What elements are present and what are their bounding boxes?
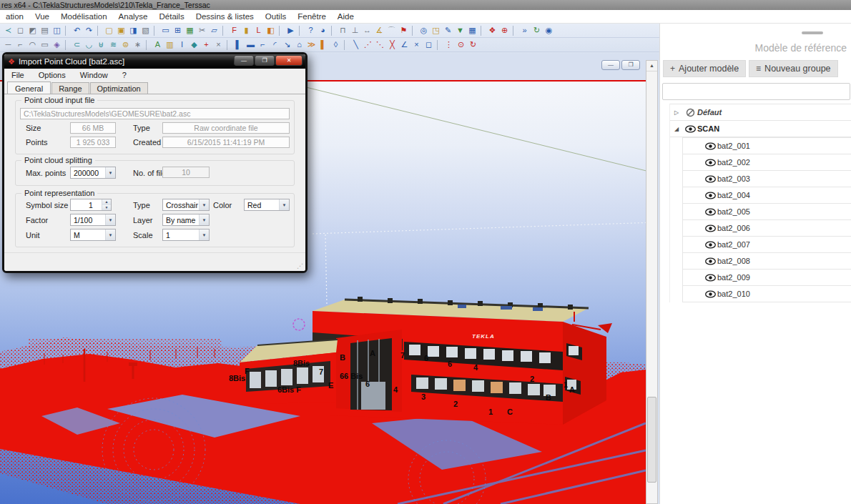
help-icon[interactable]: ? [305, 24, 317, 36]
snap-free-icon[interactable]: ◻ [423, 39, 435, 51]
tree-item-bat2_003[interactable]: bat2_003 [683, 171, 851, 187]
fence-icon[interactable]: ⊓ [337, 24, 349, 36]
workplane-icon[interactable]: ◫ [51, 24, 63, 36]
measure-icon[interactable]: ↔ [361, 24, 373, 36]
snap-center-icon[interactable]: ⊙ [455, 39, 467, 51]
item-icon[interactable]: ◊ [330, 39, 342, 51]
tree-collapsed-icon[interactable]: ▷ [670, 109, 683, 116]
menu-aide[interactable]: Aide [332, 12, 360, 21]
visibility-eye-icon[interactable] [703, 159, 717, 167]
window-icon[interactable]: ◧ [265, 24, 277, 36]
annotate-icon[interactable]: ✎ [442, 24, 454, 36]
unit-select[interactable]: M ▼ [70, 229, 116, 241]
menu-ation[interactable]: ation [0, 12, 29, 21]
tekla-components-icon[interactable]: ❖ [486, 24, 498, 36]
menu-dessins-listes[interactable]: Dessins & listes [190, 12, 260, 21]
ring-icon[interactable]: ⊜ [119, 39, 132, 51]
arc-measure-icon[interactable]: ⌒ [385, 24, 398, 36]
clip-plane-icon[interactable]: ◈ [51, 39, 63, 51]
import-icon[interactable]: ▼ [454, 24, 466, 36]
tree-item-bat2_005[interactable]: bat2_005 [683, 204, 851, 220]
column-icon[interactable]: ▌ [232, 39, 245, 51]
phase-b-icon[interactable]: ◩ [26, 24, 39, 36]
polyline-icon[interactable]: ⌐ [14, 39, 26, 51]
tab-range[interactable]: Range [51, 82, 89, 94]
spinner-arrows-icon[interactable]: ▲▼ [102, 199, 111, 210]
screenshot-icon[interactable]: ▧ [139, 24, 152, 36]
snap-nearest-icon[interactable]: × [410, 39, 423, 51]
open-icon[interactable]: ▣ [115, 24, 127, 36]
arc-icon[interactable]: ◠ [26, 39, 39, 51]
datum-icon[interactable]: ⊥ [349, 24, 361, 36]
dialog-menu-window[interactable]: Window [73, 71, 115, 79]
flag-icon[interactable]: ⚑ [398, 24, 410, 36]
tree-item-bat2_007[interactable]: bat2_007 [683, 237, 851, 253]
fastener-icon[interactable]: ≫ [305, 39, 318, 51]
layer-select[interactable]: By name ▼ [162, 214, 210, 226]
view-minimize-button[interactable]: — [601, 60, 620, 70]
tree-expanded-icon[interactable]: ◢ [670, 126, 683, 132]
visibility-eye-icon[interactable] [703, 274, 717, 282]
select-filter-icon[interactable]: ▦ [184, 24, 196, 36]
snap-perpendicular-icon[interactable]: ∠ [398, 39, 410, 51]
dialog-maximize-button[interactable]: ❐ [255, 55, 275, 66]
line-icon[interactable]: ─ [2, 39, 14, 51]
max-points-select[interactable]: 200000 ▼ [70, 167, 116, 179]
mesh-icon[interactable]: ▥ [164, 39, 176, 51]
reference-model-icon[interactable]: ◉ [543, 24, 555, 36]
visibility-eye-icon[interactable] [683, 125, 697, 133]
angle-icon[interactable]: ∡ [373, 24, 385, 36]
wave-icon[interactable]: ≋ [107, 39, 119, 51]
panel-drag-handle[interactable] [802, 31, 823, 34]
inquire-icon[interactable]: ◕ [317, 24, 329, 36]
snap-intersection-icon[interactable]: ╳ [386, 39, 398, 51]
visibility-eye-icon[interactable] [703, 224, 717, 232]
tree-item-bat2_004[interactable]: bat2_004 [683, 187, 851, 204]
tree-item-bat2_001[interactable]: bat2_001 [683, 138, 851, 154]
panel-icon[interactable]: ⌂ [293, 39, 305, 51]
dialog-menu-file[interactable]: File [4, 71, 31, 79]
select-area-icon[interactable]: ▭ [159, 24, 172, 36]
visibility-eye-icon[interactable] [703, 192, 717, 199]
menu-mod-lisation[interactable]: Modélisation [55, 12, 113, 21]
tree-item-bat2_006[interactable]: bat2_006 [683, 220, 851, 237]
run-icon[interactable]: ▶ [285, 24, 297, 36]
new-group-button[interactable]: ≡ Nouveau groupe [749, 60, 837, 77]
duplicate-view-icon[interactable]: ◳ [430, 24, 442, 36]
symbol-size-stepper[interactable]: 1 ▲▼ [70, 199, 112, 211]
report-icon[interactable]: ▤ [39, 24, 51, 36]
redo-icon[interactable]: ↷ [83, 24, 95, 36]
point-type-select[interactable]: Crosshair ▼ [162, 199, 210, 211]
save-icon[interactable]: ◨ [127, 24, 139, 36]
list-icon[interactable]: L [252, 24, 265, 36]
tree-item-bat2_009[interactable]: bat2_009 [683, 270, 851, 286]
back-history-icon[interactable]: ≺ [2, 24, 14, 36]
curved-beam-icon[interactable]: ◜ [269, 39, 281, 51]
curve-icon[interactable]: ◡ [83, 39, 95, 51]
viewport-scrollbar[interactable]: ▲ [646, 60, 658, 504]
visibility-eye-icon[interactable] [703, 241, 717, 249]
beam-icon[interactable]: ▬ [245, 39, 257, 51]
polybeam-icon[interactable]: ⌐ [257, 39, 269, 51]
burst-icon[interactable]: ∗ [132, 39, 144, 51]
menu-outils[interactable]: Outils [260, 12, 292, 21]
tree-item-bat2_008[interactable]: bat2_008 [683, 253, 851, 270]
merge-icon[interactable]: ⊎ [95, 39, 107, 51]
dialog-close-button[interactable]: ✕ [275, 55, 302, 66]
component-icon[interactable]: ▮ [240, 24, 252, 36]
visibility-eye-icon[interactable] [703, 208, 717, 216]
slope-icon[interactable]: ↘ [281, 39, 293, 51]
tree-item-bat2_010[interactable]: bat2_010 [683, 286, 851, 302]
phase-a-icon[interactable]: ◻ [14, 24, 26, 36]
menu-fen-tre[interactable]: Fenêtre [292, 12, 332, 21]
weld-icon[interactable]: + [200, 39, 212, 51]
tree-item-bat2_002[interactable]: bat2_002 [683, 154, 851, 171]
tree-item-scan[interactable]: ◢SCAN [670, 121, 851, 137]
visibility-eye-icon[interactable] [703, 290, 717, 298]
assembly-icon[interactable]: ⊕ [498, 24, 511, 36]
profile-icon[interactable]: I [176, 39, 188, 51]
rect-icon[interactable]: ▭ [39, 39, 51, 51]
visibility-eye-icon[interactable] [703, 142, 717, 150]
cut-icon[interactable]: ✂ [196, 24, 208, 36]
tab-optimization[interactable]: Optimization [90, 82, 148, 94]
